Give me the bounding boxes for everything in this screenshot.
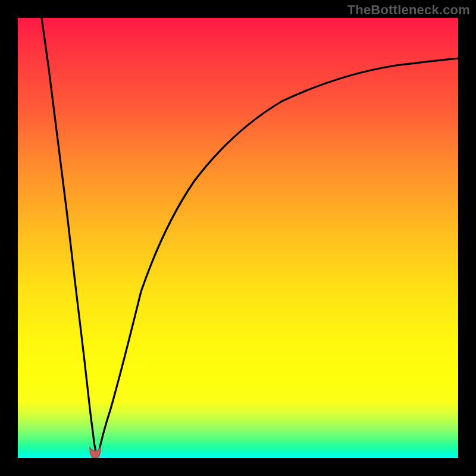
- chart-frame: TheBottleneck.com: [0, 0, 476, 476]
- right-branch-curve: [98, 58, 458, 455]
- curve-layer: [18, 18, 458, 458]
- watermark-text: TheBottleneck.com: [347, 2, 470, 18]
- plot-area: [18, 18, 458, 458]
- left-branch-curve: [42, 18, 96, 455]
- minimum-bead: [87, 445, 103, 458]
